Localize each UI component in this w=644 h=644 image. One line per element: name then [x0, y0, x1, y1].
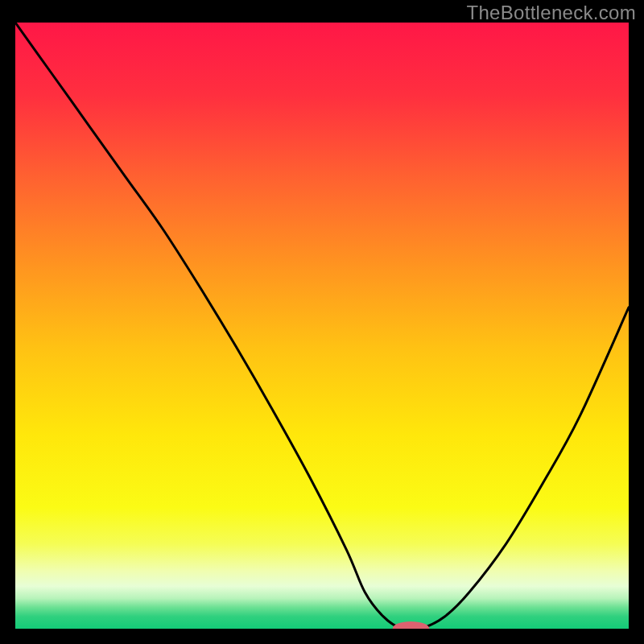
watermark-text: TheBottleneck.com — [466, 2, 636, 24]
gradient-background — [15, 23, 629, 629]
plot-area — [15, 23, 629, 629]
chart-svg — [15, 23, 629, 629]
chart-frame: TheBottleneck.com — [0, 0, 644, 644]
